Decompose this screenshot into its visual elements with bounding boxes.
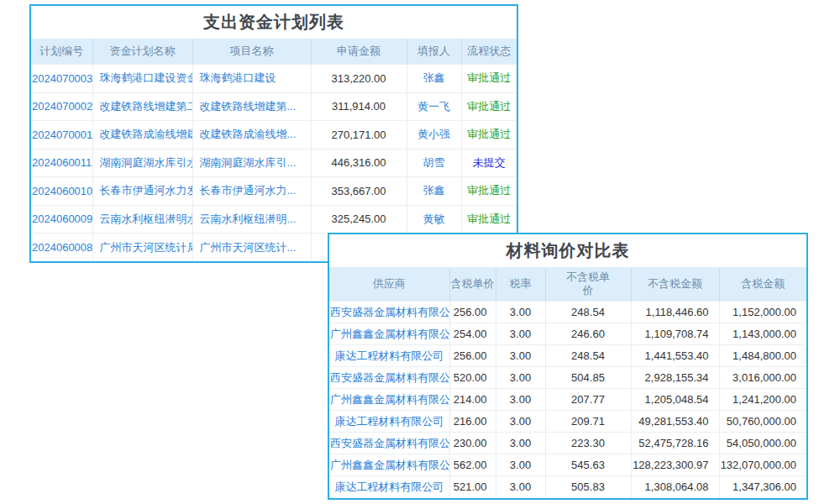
amount-incl-tax-cell: 1,143,000.00 [719, 323, 806, 345]
project-name-link[interactable]: 云南水利枢纽潜明... [192, 205, 311, 234]
fund-plan-name-link[interactable]: 湖南洞庭湖水库引水... [92, 149, 192, 177]
table-row: 康达工程材料有限公司 256.00 3.00 248.54 1,441,553.… [329, 345, 806, 367]
price-incl-tax-cell: 256.00 [449, 345, 496, 367]
plan-no-link[interactable]: 2024070003 [31, 65, 92, 93]
apply-amount-cell: 446,316.00 [311, 149, 407, 177]
price-excl-tax-cell: 246.60 [545, 323, 631, 345]
amount-incl-tax-cell: 1,484,800.00 [719, 345, 806, 367]
price-excl-tax-cell: 248.54 [545, 345, 631, 367]
price-incl-tax-cell: 256.00 [449, 302, 496, 323]
amount-excl-tax-cell: 1,205,048.54 [631, 389, 719, 411]
plan-no-link[interactable]: 2024060010 [31, 177, 92, 206]
supplier-link[interactable]: 西安盛器金属材料有限公司 [329, 433, 449, 454]
price-incl-tax-cell: 520.00 [449, 367, 496, 389]
project-name-link[interactable]: 湖南洞庭湖水库引... [192, 149, 311, 177]
tax-rate-cell: 3.00 [496, 302, 545, 323]
project-name-link[interactable]: 珠海鹤港口建设 [192, 65, 311, 93]
table-row: 广州鑫鑫金属材料有限公司 214.00 3.00 207.77 1,205,04… [329, 389, 806, 411]
tax-rate-cell: 3.00 [496, 433, 545, 454]
filler-cell: 张鑫 [407, 177, 461, 206]
table-row: 西安盛器金属材料有限公司 256.00 3.00 248.54 1,118,44… [329, 302, 806, 323]
price-excl-tax-cell: 209.71 [545, 411, 631, 433]
supplier-link[interactable]: 广州鑫鑫金属材料有限公司 [329, 323, 449, 345]
supplier-link[interactable]: 康达工程材料有限公司 [329, 476, 449, 498]
status-badge: 审批通过 [461, 177, 517, 206]
col-header-flow-status: 流程状态 [461, 39, 517, 65]
status-badge: 审批通过 [461, 92, 517, 121]
tax-rate-cell: 3.00 [496, 323, 545, 345]
material-inquiry-table-title: 材料询价对比表 [329, 234, 806, 267]
col-header-apply-amount: 申请金额 [311, 39, 407, 65]
status-badge: 审批通过 [461, 121, 517, 150]
plan-no-link[interactable]: 2024060009 [31, 205, 92, 234]
supplier-link[interactable]: 广州鑫鑫金属材料有限公司 [329, 389, 449, 411]
expenditure-plan-table-title: 支出资金计划列表 [31, 6, 517, 39]
fund-plan-name-link[interactable]: 广州市天河区统计局... [92, 234, 192, 262]
supplier-link[interactable]: 西安盛器金属材料有限公司 [329, 302, 449, 323]
apply-amount-cell: 313,220.00 [311, 65, 407, 93]
filler-cell: 胡雪 [407, 149, 461, 177]
table2-header-row: 供应商 含税单价 税率 不含税单 价 不含税金额 含税金额 [329, 267, 806, 302]
col-header-fund-plan-name: 资金计划名称 [92, 39, 192, 65]
supplier-link[interactable]: 康达工程材料有限公司 [329, 411, 449, 433]
apply-amount-cell: 353,667.00 [311, 177, 407, 206]
plan-no-link[interactable]: 2024070001 [31, 121, 92, 150]
material-inquiry-table-card: 材料询价对比表 供应商 含税单价 税率 不含税单 价 不含税金额 含税金额 西安… [328, 233, 808, 500]
table-row: 西安盛器金属材料有限公司 230.00 3.00 223.30 52,475,7… [329, 433, 806, 454]
price-excl-tax-cell: 248.54 [545, 302, 631, 323]
amount-incl-tax-cell: 50,760,000.00 [719, 411, 806, 433]
amount-excl-tax-cell: 2,928,155.34 [631, 367, 719, 389]
col-header-price-incl-tax: 含税单价 [449, 267, 496, 302]
supplier-link[interactable]: 广州鑫鑫金属材料有限公司 [329, 454, 449, 476]
supplier-link[interactable]: 康达工程材料有限公司 [329, 345, 449, 367]
project-name-link[interactable]: 广州市天河区统计... [192, 234, 311, 262]
table-row: 广州鑫鑫金属材料有限公司 562.00 3.00 545.63 128,223,… [329, 454, 806, 476]
table-row: 康达工程材料有限公司 216.00 3.00 209.71 49,281,553… [329, 411, 806, 433]
tax-rate-cell: 3.00 [496, 476, 545, 498]
price-excl-tax-cell: 504.85 [545, 367, 631, 389]
price-excl-tax-cell: 223.30 [545, 433, 631, 454]
col-header-supplier: 供应商 [329, 267, 449, 302]
fund-plan-name-link[interactable]: 改建铁路成渝线增建... [92, 121, 192, 150]
expenditure-plan-table: 计划编号 资金计划名称 项目名称 申请金额 填报人 流程状态 202407000… [31, 39, 517, 261]
table-row: 2024060011 湖南洞庭湖水库引水... 湖南洞庭湖水库引... 446,… [31, 149, 517, 177]
price-incl-tax-cell: 521.00 [449, 476, 496, 498]
table-row: 2024060010 长春市伊通河水力发... 长春市伊通河水力... 353,… [31, 177, 517, 206]
amount-excl-tax-cell: 128,223,300.97 [631, 454, 719, 476]
fund-plan-name-link[interactable]: 珠海鹤港口建设资金... [92, 65, 192, 93]
fund-plan-name-link[interactable]: 改建铁路线增建第二... [92, 92, 192, 121]
amount-incl-tax-cell: 132,070,000.00 [719, 454, 806, 476]
table-row: 广州鑫鑫金属材料有限公司 254.00 3.00 246.60 1,109,70… [329, 323, 806, 345]
col-header-tax-rate: 税率 [496, 267, 545, 302]
table-row: 2024070002 改建铁路线增建第二... 改建铁路线增建第... 311,… [31, 92, 517, 121]
plan-no-link[interactable]: 2024060008 [31, 234, 92, 262]
plan-no-link[interactable]: 2024060011 [31, 149, 92, 177]
tax-rate-cell: 3.00 [496, 367, 545, 389]
price-excl-tax-cell: 505.83 [545, 476, 631, 498]
table-row: 2024070003 珠海鹤港口建设资金... 珠海鹤港口建设 313,220.… [31, 65, 517, 93]
fund-plan-name-link[interactable]: 长春市伊通河水力发... [92, 177, 192, 206]
project-name-link[interactable]: 改建铁路线增建第... [192, 92, 311, 121]
supplier-link[interactable]: 西安盛器金属材料有限公司 [329, 367, 449, 389]
apply-amount-cell: 311,914.00 [311, 92, 407, 121]
fund-plan-name-link[interactable]: 云南水利枢纽潜明水... [92, 205, 192, 234]
status-badge: 审批通过 [461, 65, 517, 93]
amount-incl-tax-cell: 1,152,000.00 [719, 302, 806, 323]
tax-rate-cell: 3.00 [496, 411, 545, 433]
plan-no-link[interactable]: 2024070002 [31, 92, 92, 121]
expenditure-plan-table-card: 支出资金计划列表 计划编号 资金计划名称 项目名称 申请金额 填报人 流程状态 … [29, 4, 518, 263]
material-inquiry-table: 供应商 含税单价 税率 不含税单 价 不含税金额 含税金额 西安盛器金属材料有限… [329, 267, 806, 498]
project-name-link[interactable]: 改建铁路成渝线增... [192, 121, 311, 150]
amount-excl-tax-cell: 49,281,553.40 [631, 411, 719, 433]
col-header-amount-incl-tax: 含税金额 [719, 267, 806, 302]
project-name-link[interactable]: 长春市伊通河水力... [192, 177, 311, 206]
filler-cell: 黄小强 [407, 121, 461, 150]
filler-cell: 张鑫 [407, 65, 461, 93]
col-header-price-excl-tax: 不含税单 价 [545, 267, 631, 302]
table-row: 西安盛器金属材料有限公司 520.00 3.00 504.85 2,928,15… [329, 367, 806, 389]
filler-cell: 黄敏 [407, 205, 461, 234]
status-badge: 未提交 [461, 149, 517, 177]
apply-amount-cell: 270,171.00 [311, 121, 407, 150]
table-row: 2024070001 改建铁路成渝线增建... 改建铁路成渝线增... 270,… [31, 121, 517, 150]
amount-excl-tax-cell: 52,475,728.16 [631, 433, 719, 454]
